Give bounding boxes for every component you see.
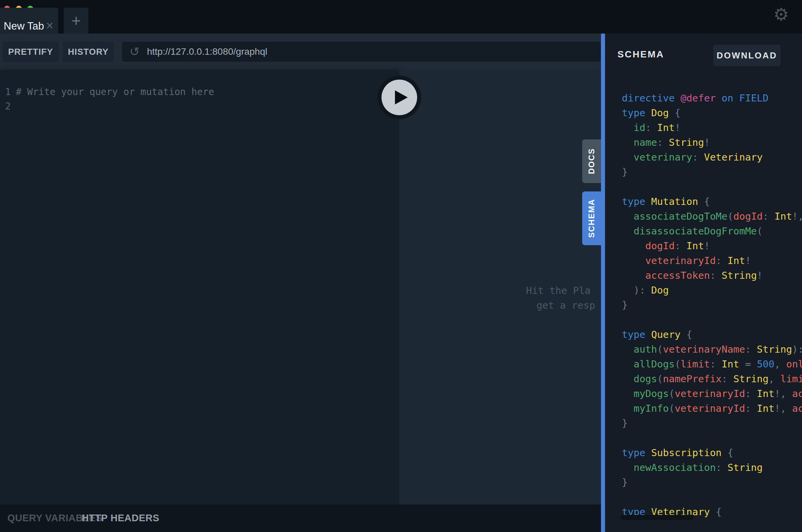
schema-code-line: type Dog { (622, 106, 802, 120)
toolbar: PRETTIFY HISTORY ↺ http://127.0.0.1:8080… (0, 34, 601, 70)
schema-side-tab-label: SCHEMA (587, 199, 596, 238)
schema-code-line (622, 431, 802, 445)
schema-code-line: name: String! (622, 135, 802, 150)
top-tab-bar: New Tab × + ⚙ (0, 0, 802, 34)
schema-code-line: type Query { (622, 327, 802, 342)
tab-new-tab[interactable]: New Tab × (0, 8, 58, 34)
schema-code-line: associateDogToMe(dogId: Int!, (622, 209, 802, 224)
schema-code-line: type Subscription { (622, 445, 802, 460)
endpoint-url-input[interactable]: ↺ http://127.0.0.1:8080/graphql (122, 41, 601, 62)
http-headers-tab[interactable]: HTTP HEADERS (82, 513, 159, 524)
play-icon (395, 90, 408, 104)
schema-code-line: auth(veterinaryName: String): (622, 342, 802, 357)
editor-line-text: # Write your query or mutation here (16, 84, 214, 99)
line-number: 1 (5, 84, 11, 99)
schema-panel-title: SCHEMA (618, 49, 664, 60)
schema-code-line (622, 179, 802, 194)
schema-panel-divider[interactable] (601, 34, 605, 532)
line-number: 2 (5, 99, 11, 114)
execute-play-button[interactable] (378, 76, 421, 119)
schema-code-line: allDogs(limit: Int = 500, onl (622, 357, 802, 372)
plus-icon: + (71, 12, 81, 30)
schema-code-line: } (622, 298, 802, 312)
schema-side-tab[interactable]: SCHEMA (582, 191, 601, 245)
endpoint-url-text: http://127.0.0.1:8080/graphql (147, 46, 267, 57)
docs-side-tab[interactable]: DOCS (582, 139, 601, 183)
schema-code-line: newAssociation: String (622, 460, 802, 475)
editor-line: 2 (0, 99, 399, 114)
bottom-bar: QUERY VARIABLES HTTP HEADERS (0, 505, 601, 532)
schema-code-line: disassociateDogFromMe( (622, 224, 802, 239)
schema-code-line: dogs(namePrefix: String, limi (622, 372, 802, 386)
settings-gear-icon[interactable]: ⚙ (772, 3, 790, 26)
schema-code-line: } (622, 165, 802, 179)
prettify-button[interactable]: PRETTIFY (2, 41, 59, 62)
schema-code-line: myInfo(veterinaryId: Int!, ac (622, 401, 802, 416)
editor-line: 1# Write your query or mutation here (0, 84, 399, 99)
add-tab-button[interactable]: + (64, 8, 88, 34)
query-editor[interactable]: 1# Write your query or mutation here2 (0, 70, 399, 505)
docs-side-tab-label: DOCS (587, 148, 596, 174)
response-pane: Hit the Plaget a resp (399, 70, 601, 505)
schema-code-line: id: Int! (622, 120, 802, 135)
schema-code-line: } (622, 475, 802, 490)
schema-code-line: } (622, 416, 802, 431)
schema-code: directive @defer on FIELDtype Dog { id: … (622, 91, 802, 519)
schema-code-line: ): Dog (622, 283, 802, 298)
schema-code-line: veterinaryId: Int! (622, 253, 802, 268)
download-schema-button[interactable]: DOWNLOAD (713, 45, 781, 66)
schema-code-line: veterinary: Veterinary (622, 150, 802, 165)
response-placeholder-text: get a resp (536, 300, 595, 311)
schema-code-line: accessToken: String! (622, 268, 802, 283)
schema-code-line: dogId: Int! (622, 239, 802, 253)
schema-code-line: myDogs(veterinaryId: Int!, ac (622, 386, 802, 401)
horizontal-scrollbar-thumb[interactable] (620, 515, 694, 520)
schema-code-line: directive @defer on FIELD (622, 91, 802, 106)
schema-code-line: type Mutation { (622, 194, 802, 209)
graphql-playground-window: New Tab × + ⚙ PRETTIFY HISTORY ↺ http://… (0, 0, 802, 532)
tab-title: New Tab (4, 20, 44, 32)
reload-icon[interactable]: ↺ (129, 46, 140, 58)
schema-code-line (622, 490, 802, 505)
schema-code-line (622, 312, 802, 327)
schema-panel: SCHEMA DOWNLOAD directive @defer on FIEL… (605, 34, 802, 532)
response-placeholder-text: Hit the Pla (526, 285, 590, 296)
history-button[interactable]: HISTORY (62, 41, 114, 62)
tab-close-icon[interactable]: × (46, 19, 53, 32)
